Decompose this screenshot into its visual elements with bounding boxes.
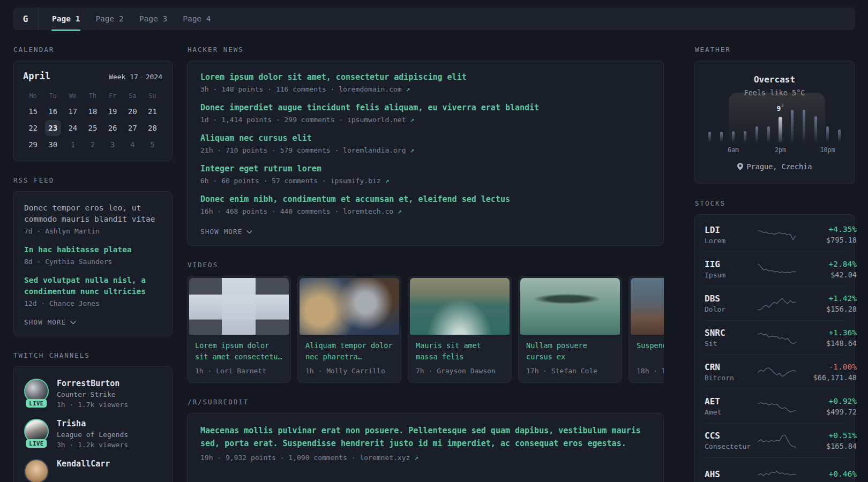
subreddit-post-title-link[interactable]: Maecenas mollis pulvinar erat non posuer… <box>200 424 650 450</box>
video-card[interactable]: Lorem ipsum dolor sit amet consectetu… 1… <box>187 276 291 383</box>
hackernews-item: Donec imperdiet augue tincidunt felis al… <box>200 102 650 124</box>
hackernews-item-title-link[interactable]: Integer eget rutrum lorem <box>200 163 650 175</box>
hackernews-item: Aliquam nec cursus elit 21h · 710 points… <box>200 133 650 154</box>
twitch-channel-info: Trisha League of Legends 3h · 1.2k viewe… <box>57 419 128 449</box>
video-thumbnail[interactable] <box>520 278 620 335</box>
rss-item-title-link[interactable]: Donec tempor eros leo, ut commodo mauris… <box>24 202 161 225</box>
weather-temp-label: 9° <box>777 104 784 112</box>
weather-condition: Overcast <box>695 74 854 85</box>
twitch-channel-row[interactable]: LIVE KendallCarr <box>24 459 161 482</box>
video-card[interactable]: Nullam posuere cursus ex 17h · Stefan Co… <box>518 276 622 383</box>
calendar-day-header: Mo <box>23 89 43 103</box>
weather-bar <box>720 132 723 142</box>
video-meta: 7h · Grayson Dawson <box>416 367 504 375</box>
tab-page-1[interactable]: Page 1 <box>51 7 81 30</box>
weather-bar-cell <box>787 109 798 142</box>
stock-change: +4.35% <box>797 225 857 234</box>
weather-section-label: WEATHER <box>695 46 855 54</box>
rss-item-meta: 7d · Ashlyn Martin <box>24 227 161 235</box>
stock-row[interactable]: SNRC Sit +1.36% $148.64 <box>705 320 844 355</box>
weather-bar <box>791 110 794 142</box>
video-title-link[interactable]: Nullam posuere cursus ex <box>526 340 614 362</box>
stock-symbol: IIG <box>705 259 757 269</box>
weather-hour-label <box>763 146 775 154</box>
twitch-channel-info: ForrestBurton Counter-Strike 1h · 1.7k v… <box>57 379 128 409</box>
twitch-section-label: TWITCH CHANNELS <box>13 351 173 359</box>
stock-price: $795.18 <box>797 236 857 244</box>
rss-show-more-button[interactable]: SHOW MORE <box>24 318 76 326</box>
video-card[interactable]: Suspendisse diam 18h · Tara <box>628 276 664 383</box>
tab-page-4[interactable]: Page 4 <box>182 7 212 30</box>
stock-sparkline <box>757 398 797 415</box>
twitch-channel-row[interactable]: LIVE ForrestBurton Counter-Strike 1h · 1… <box>24 379 161 409</box>
rss-item-title-link[interactable]: In hac habitasse platea <box>24 244 161 255</box>
hackernews-item-meta: 6h · 60 points · 57 comments · ipsumify.… <box>200 177 650 185</box>
video-card[interactable]: Mauris sit amet massa felis 7h · Grayson… <box>408 276 512 383</box>
video-thumbnail[interactable] <box>410 278 510 335</box>
videos-widget: VIDEOS Lorem ipsum dolor sit amet consec… <box>187 261 664 383</box>
calendar-day: 23 <box>43 120 63 137</box>
stocks-card: LDI Lorem +4.35% $795.18 IIG Ips <box>694 214 855 482</box>
hackernews-item-meta: 1d · 1,414 points · 299 comments · ipsum… <box>200 116 650 124</box>
video-thumbnail[interactable] <box>189 278 289 335</box>
hackernews-item-title-link[interactable]: Aliquam nec cursus elit <box>200 133 650 144</box>
stock-sparkline <box>757 330 797 346</box>
hackernews-item-domain: loremdomain.com <box>339 85 401 93</box>
weather-bar <box>779 117 782 142</box>
twitch-avatar-wrap: LIVE <box>24 379 49 403</box>
weather-bar-cell <box>834 109 845 142</box>
video-title-link[interactable]: Aliquam tempor dolor nec pharetra… <box>305 340 393 362</box>
weather-hour-label <box>751 146 763 154</box>
stock-row[interactable]: AHS +0.46% <box>705 457 844 482</box>
calendar-day: 20 <box>123 103 143 120</box>
stock-price: $42.04 <box>797 270 857 279</box>
video-card[interactable]: Aliquam tempor dolor nec pharetra… 1h · … <box>297 276 401 383</box>
subreddit-card: Maecenas mollis pulvinar erat non posuer… <box>187 413 664 482</box>
video-thumbnail[interactable] <box>631 278 664 335</box>
twitch-channel-category: Counter-Strike <box>57 390 128 398</box>
weather-hour-label: 2pm <box>775 146 787 154</box>
weather-bar <box>803 110 805 142</box>
stock-row[interactable]: AET Amet +0.92% $499.72 <box>705 389 844 423</box>
video-title-link[interactable]: Lorem ipsum dolor sit amet consectetu… <box>195 340 283 362</box>
weather-bar-cell <box>751 109 763 142</box>
stock-name: Consectetur <box>705 442 757 450</box>
live-badge: LIVE <box>26 439 47 448</box>
tab-page-2[interactable]: Page 2 <box>94 7 124 30</box>
stock-row[interactable]: IIG Ipsum +2.84% $42.04 <box>705 252 844 286</box>
calendar-day: 17 <box>63 103 83 120</box>
external-link-icon: ↗ <box>410 146 414 154</box>
hackernews-item-title-link[interactable]: Donec enim nibh, condimentum et accumsan… <box>200 194 650 205</box>
weather-bar-cell <box>798 109 810 142</box>
video-title-link[interactable]: Suspendisse diam <box>637 340 664 362</box>
rss-item: In hac habitasse platea 8d · Cynthia Sau… <box>24 244 161 266</box>
twitch-channel-info: KendallCarr <box>57 459 110 482</box>
show-more-label: SHOW MORE <box>200 228 243 236</box>
stock-row[interactable]: LDI Lorem +4.35% $795.18 <box>705 217 844 252</box>
twitch-channel-row[interactable]: LIVE Trisha League of Legends 3h · 1.2k … <box>24 419 161 449</box>
stock-row[interactable]: DBS Dolor +1.42% $156.28 <box>705 286 844 320</box>
video-thumbnail[interactable] <box>300 278 399 335</box>
rss-card: Donec tempor eros leo, ut commodo mauris… <box>13 191 173 336</box>
rss-item-title-link[interactable]: Sed volutpat nulla nisl, a condimentum n… <box>24 275 161 297</box>
stock-symbol: CCS <box>705 431 757 441</box>
stock-price: $148.64 <box>797 339 857 348</box>
calendar-day-header: Tu <box>43 89 63 103</box>
hackernews-show-more-button[interactable]: SHOW MORE <box>200 228 252 236</box>
weather-hour-label <box>739 146 751 154</box>
hackernews-item-title-link[interactable]: Lorem ipsum dolor sit amet, consectetur … <box>200 72 650 83</box>
tab-page-3[interactable]: Page 3 <box>138 7 168 30</box>
external-link-icon: ↗ <box>410 116 414 124</box>
hackernews-item-domain: ipsumify.biz <box>331 177 381 185</box>
subreddit-post-meta: 19h · 9,932 points · 1,090 comments · lo… <box>200 454 650 462</box>
subreddit-widget: /R/SUBREDDIT Maecenas mollis pulvinar er… <box>187 398 664 482</box>
video-title-link[interactable]: Mauris sit amet massa felis <box>416 340 504 362</box>
stock-row[interactable]: CCS Consectetur +0.51% $165.84 <box>705 423 844 457</box>
hackernews-item-title-link[interactable]: Donec imperdiet augue tincidunt felis al… <box>200 102 650 114</box>
stock-change: +0.51% <box>797 431 857 440</box>
live-badge: LIVE <box>26 399 47 408</box>
calendar-day: 28 <box>143 120 162 137</box>
weather-hour-label: 10pm <box>822 146 834 154</box>
stock-row[interactable]: CRN Bitcorn -1.00% $66,171.48 <box>705 355 844 389</box>
weather-hour-label <box>798 146 810 154</box>
